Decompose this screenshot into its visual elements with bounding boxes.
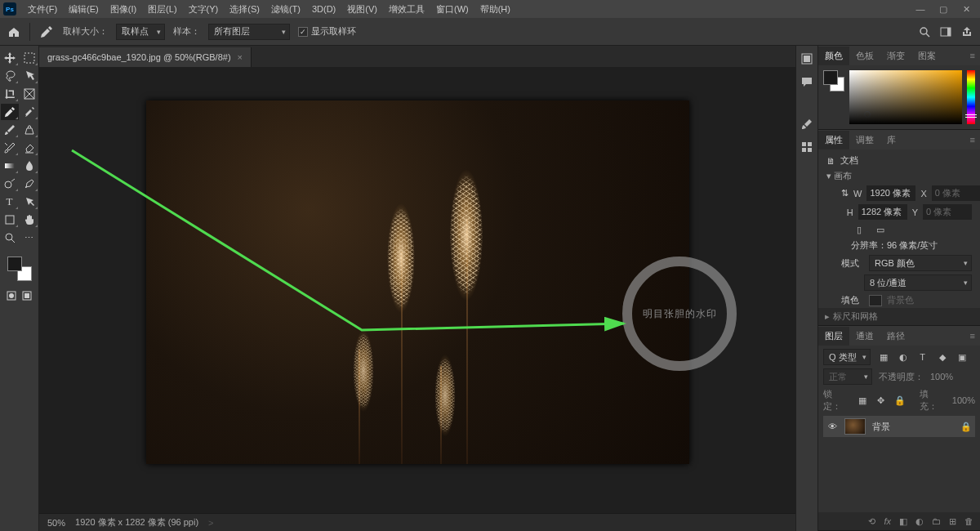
- clone-stamp-tool[interactable]: [20, 122, 38, 138]
- path-select-tool[interactable]: [20, 194, 38, 210]
- lasso-tool[interactable]: [1, 68, 19, 84]
- brush-tool[interactable]: [1, 122, 19, 138]
- menu-filter[interactable]: 滤镜(T): [266, 2, 305, 17]
- tab-adjustments[interactable]: 调整: [849, 131, 880, 149]
- share-icon[interactable]: [960, 25, 973, 38]
- layer-style-icon[interactable]: fx: [884, 516, 891, 526]
- layer-lock-icon[interactable]: 🔒: [960, 422, 972, 432]
- fill-swatch[interactable]: [869, 295, 882, 306]
- bit-depth-select[interactable]: 8 位/通道: [864, 274, 972, 291]
- tab-swatches[interactable]: 色板: [849, 47, 880, 65]
- workspace-icon[interactable]: [939, 25, 952, 38]
- canvas[interactable]: [146, 100, 689, 464]
- color-swatches[interactable]: [7, 257, 32, 281]
- history-panel-icon[interactable]: [800, 52, 813, 65]
- lock-all-icon[interactable]: 🔒: [894, 394, 906, 407]
- filter-smart-icon[interactable]: ▣: [956, 350, 969, 364]
- lock-pixels-icon[interactable]: ▦: [856, 394, 868, 407]
- lock-position-icon[interactable]: ✥: [875, 394, 887, 407]
- eraser-tool[interactable]: [20, 140, 38, 156]
- layer-thumbnail[interactable]: [844, 418, 866, 435]
- menu-view[interactable]: 视图(V): [342, 2, 382, 17]
- document-tab[interactable]: grass-gc466c9bae_1920.jpg @ 50%(RGB/8#) …: [39, 47, 252, 67]
- menu-help[interactable]: 帮助(H): [475, 2, 515, 17]
- delete-layer-icon[interactable]: 🗑: [964, 516, 973, 526]
- blend-mode-select[interactable]: 正常: [823, 368, 872, 385]
- eyedropper-tool[interactable]: [1, 104, 19, 120]
- search-icon[interactable]: [918, 25, 931, 38]
- edit-toolbar-icon[interactable]: ⋯: [20, 230, 38, 246]
- hand-tool[interactable]: [20, 212, 38, 228]
- visibility-toggle-icon[interactable]: 👁: [826, 422, 838, 431]
- show-sampling-ring-checkbox[interactable]: ✓显示取样环: [298, 25, 356, 38]
- type-tool[interactable]: T: [1, 194, 19, 210]
- menu-type[interactable]: 文字(Y): [184, 2, 224, 17]
- color-field[interactable]: [849, 70, 962, 124]
- marquee-tool[interactable]: [20, 50, 38, 66]
- canvas-section-label[interactable]: ▾ 画布: [826, 170, 852, 182]
- filter-pixel-icon[interactable]: ▦: [877, 350, 890, 364]
- filter-adjust-icon[interactable]: ◐: [897, 350, 910, 364]
- opacity-value[interactable]: 100%: [930, 372, 953, 382]
- group-layers-icon[interactable]: 🗀: [932, 516, 941, 526]
- panel-menu-icon[interactable]: ≡: [970, 51, 980, 60]
- tab-gradients[interactable]: 渐变: [880, 47, 911, 65]
- gradient-tool[interactable]: [1, 158, 19, 174]
- brush-settings-panel-icon[interactable]: [800, 141, 813, 154]
- panel-menu-icon[interactable]: ≡: [970, 135, 980, 145]
- move-tool[interactable]: [1, 50, 19, 66]
- quick-mask-icon[interactable]: [6, 290, 17, 301]
- quick-select-tool[interactable]: [20, 68, 38, 84]
- menu-file[interactable]: 文件(F): [23, 2, 62, 17]
- color-mode-select[interactable]: RGB 颜色: [869, 255, 972, 271]
- adjustment-layer-icon[interactable]: ◐: [915, 516, 924, 527]
- zoom-tool[interactable]: [1, 230, 19, 246]
- eyedropper-tool-icon[interactable]: [38, 24, 55, 40]
- close-tab-icon[interactable]: ×: [238, 52, 243, 62]
- height-value[interactable]: 1282 像素: [858, 204, 907, 220]
- brushes-panel-icon[interactable]: [800, 118, 813, 131]
- status-arrow-icon[interactable]: >: [208, 518, 213, 528]
- link-layers-icon[interactable]: ⟲: [868, 516, 875, 527]
- new-layer-icon[interactable]: ⊞: [949, 516, 956, 527]
- canvas-viewport[interactable]: [39, 67, 795, 513]
- tab-properties[interactable]: 属性: [818, 131, 849, 149]
- menu-select[interactable]: 选择(S): [225, 2, 265, 17]
- filter-type-icon[interactable]: T: [916, 350, 929, 364]
- rulers-grids-section[interactable]: ▸ 标尺和网格: [818, 308, 980, 325]
- tab-libraries[interactable]: 库: [880, 131, 902, 149]
- window-restore-icon[interactable]: ▢: [933, 4, 954, 15]
- foreground-color-swatch[interactable]: [7, 257, 22, 271]
- blur-tool[interactable]: [20, 158, 38, 174]
- menu-image[interactable]: 图像(I): [105, 2, 141, 17]
- panel-menu-icon[interactable]: ≡: [970, 331, 980, 341]
- window-close-icon[interactable]: ✕: [956, 4, 977, 15]
- crop-tool[interactable]: [1, 86, 19, 102]
- tab-layers[interactable]: 图层: [818, 327, 849, 346]
- layer-row[interactable]: 👁 背景 🔒: [823, 416, 975, 437]
- hue-slider[interactable]: [967, 70, 975, 124]
- healing-brush-tool[interactable]: [20, 104, 38, 120]
- screen-mode-icon[interactable]: [21, 290, 33, 301]
- comments-panel-icon[interactable]: [800, 75, 813, 88]
- shape-tool[interactable]: [1, 212, 19, 228]
- tab-paths[interactable]: 路径: [880, 327, 911, 346]
- sample-size-select[interactable]: 取样点: [116, 24, 165, 40]
- tab-channels[interactable]: 通道: [849, 327, 880, 346]
- filter-shape-icon[interactable]: ◆: [936, 350, 949, 364]
- sample-select[interactable]: 所有图层: [208, 24, 290, 40]
- home-icon[interactable]: [7, 25, 21, 39]
- menu-3d[interactable]: 3D(D): [307, 2, 341, 16]
- menu-plugins[interactable]: 增效工具: [384, 2, 430, 17]
- panel-color-swatches[interactable]: [823, 70, 844, 91]
- orientation-landscape-icon[interactable]: ▭: [874, 223, 887, 236]
- menu-edit[interactable]: 编辑(E): [64, 2, 104, 17]
- tab-color[interactable]: 颜色: [818, 47, 849, 65]
- menu-layer[interactable]: 图层(L): [143, 2, 181, 17]
- layer-filter-select[interactable]: Q 类型: [823, 349, 871, 365]
- width-value[interactable]: 1920 像素: [866, 185, 915, 201]
- frame-tool[interactable]: [20, 86, 38, 102]
- layer-name[interactable]: 背景: [872, 421, 890, 433]
- pen-tool[interactable]: [20, 176, 38, 192]
- zoom-level[interactable]: 50%: [47, 518, 65, 528]
